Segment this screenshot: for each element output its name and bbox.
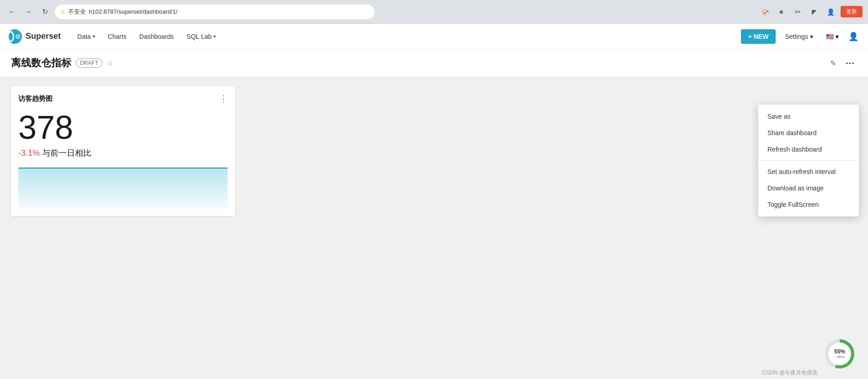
card-more-icon: ⋮ — [219, 94, 228, 103]
nav-sqllab[interactable]: SQL Lab ▾ — [181, 29, 221, 44]
browser-chrome: ← → ↻ ⚠ 不安全 h102:8787/superset/dashboard… — [0, 0, 868, 24]
bookmark-star-icon[interactable]: ★ — [775, 5, 788, 18]
svg-point-2 — [17, 36, 19, 37]
more-options-button[interactable]: ⋯ — [842, 55, 857, 71]
nav-data-label: Data — [77, 33, 91, 40]
nav-charts-label: Charts — [108, 33, 127, 40]
user-button[interactable]: 👤 — [846, 29, 861, 44]
negative-value: -3.1% — [18, 148, 40, 158]
settings-button[interactable]: Settings ▾ — [779, 29, 819, 44]
page-title: 离线数仓指标 — [11, 56, 71, 70]
security-label: 不安全 — [68, 8, 86, 16]
sqllab-chevron-icon: ▾ — [213, 34, 216, 39]
dropdown-menu: Save as Share dashboard Refresh dashboar… — [758, 105, 859, 216]
progress-circle-container: 55% ↑ 0K/s — [825, 339, 854, 368]
progress-percent: 55% — [834, 348, 845, 355]
save-as-item[interactable]: Save as — [758, 108, 859, 125]
ellipsis-icon: ⋯ — [845, 58, 854, 68]
nav-data[interactable]: Data ▾ — [72, 29, 101, 44]
card-header: 访客趋势图 ⋮ — [18, 94, 228, 104]
progress-inner: 55% ↑ 0K/s — [828, 342, 851, 365]
nav-links: Data ▾ Charts Dashboards SQL Lab ▾ — [72, 29, 221, 44]
nav-sqllab-label: SQL Lab — [186, 33, 212, 40]
chart-card: 访客趋势图 ⋮ 378 -3.1% 与前一日相比 — [11, 86, 235, 216]
new-button[interactable]: + NEW — [741, 29, 776, 44]
card-title: 访客趋势图 — [18, 95, 53, 103]
toggle-fullscreen-item[interactable]: Toggle FullScreen — [758, 196, 859, 213]
card-more-button[interactable]: ⋮ — [219, 94, 228, 104]
favorite-button[interactable]: ☆ — [107, 59, 113, 68]
comparison-text: -3.1% 与前一日相比 — [18, 147, 228, 158]
share-dashboard-item[interactable]: Share dashboard — [758, 125, 859, 141]
download-image-item[interactable]: Download as image — [758, 180, 859, 196]
nav-charts[interactable]: Charts — [102, 29, 132, 44]
comparison-label: 与前一日相比 — [42, 148, 91, 158]
big-number: 378 — [18, 111, 228, 144]
translate-icon[interactable]: 📯 — [758, 5, 771, 18]
address-bar[interactable]: ⚠ 不安全 h102:8787/superset/dashboard/1/ — [55, 5, 375, 19]
user-icon: 👤 — [848, 32, 858, 42]
security-warning-icon: ⚠ — [60, 9, 65, 15]
main-content: 访客趋势图 ⋮ 378 -3.1% 与前一日相比 Save as Share d… — [0, 77, 868, 379]
browser-icons: 📯 ★ ⚯ ◤ 👤 更新 — [758, 5, 863, 18]
progress-subtitle: ↑ 0K/s — [834, 355, 845, 359]
nav-dashboards[interactable]: Dashboards — [134, 29, 180, 44]
mini-chart — [18, 168, 228, 209]
update-button[interactable]: 更新 — [841, 6, 863, 17]
data-chevron-icon: ▾ — [93, 34, 95, 39]
split-screen-icon[interactable]: ◤ — [808, 5, 820, 18]
refresh-button[interactable]: ↻ — [38, 5, 51, 18]
logo-text: Superset — [26, 32, 61, 41]
language-button[interactable]: 🇺🇸 ▾ — [822, 29, 842, 44]
settings-chevron-icon: ▾ — [810, 33, 813, 40]
nav-dashboards-label: Dashboards — [139, 33, 174, 40]
profile-icon[interactable]: 👤 — [824, 5, 837, 18]
page-header: 离线数仓指标 DRAFT ☆ ✎ ⋯ — [0, 49, 868, 77]
header-right-actions: ✎ ⋯ — [827, 55, 857, 71]
edit-icon: ✎ — [830, 59, 836, 67]
url-text: h102:8787/superset/dashboard/1/ — [89, 8, 177, 15]
refresh-dashboard-item[interactable]: Refresh dashboard — [758, 141, 859, 158]
app-navbar: Superset Data ▾ Charts Dashboards SQL La… — [0, 24, 868, 49]
flag-chevron-icon: ▾ — [836, 33, 839, 40]
settings-label: Settings — [785, 33, 808, 40]
progress-circle: 55% ↑ 0K/s — [825, 339, 854, 368]
auto-refresh-item[interactable]: Set auto-refresh interval — [758, 163, 859, 180]
back-button[interactable]: ← — [5, 5, 18, 18]
navbar-right: + NEW Settings ▾ 🇺🇸 ▾ 👤 — [741, 29, 861, 44]
forward-button[interactable]: → — [22, 5, 35, 18]
logo-icon — [7, 29, 22, 44]
watermark: CSDN @今夜月色很美 — [762, 369, 818, 377]
edit-button[interactable]: ✎ — [827, 56, 839, 70]
logo[interactable]: Superset — [7, 29, 61, 44]
draft-badge: DRAFT — [76, 58, 102, 68]
menu-divider — [758, 160, 859, 161]
extensions-icon[interactable]: ⚯ — [791, 5, 804, 18]
flag-icon: 🇺🇸 — [826, 33, 834, 40]
